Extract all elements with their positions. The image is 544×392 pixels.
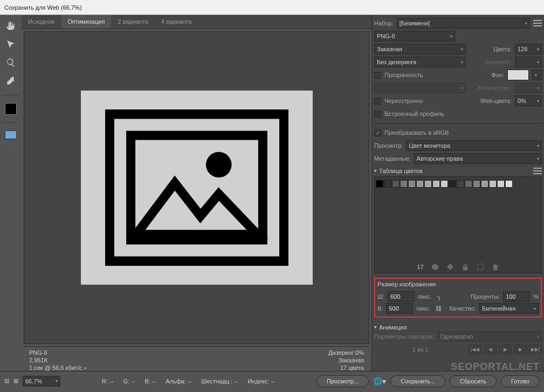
dither-method-select[interactable]: Без дизеринга▾ <box>374 57 466 67</box>
cancel-button[interactable]: Сбросить <box>450 375 497 387</box>
eyedropper-tool[interactable] <box>4 74 17 87</box>
colors-label: Цвета: <box>493 46 512 52</box>
bottom-bar: ⊟ ⊞ 66,7%▾ R: -- G: -- B: -- Альфа: -- Ш… <box>0 371 544 390</box>
readout-alpha: Альфа: -- <box>166 378 191 384</box>
metadata-select[interactable]: Авторские права▾ <box>414 153 542 164</box>
colors-select[interactable]: 128▾ <box>515 44 542 54</box>
readout-hex: Шестнадц.: -- <box>201 378 238 384</box>
amount-label: Количество: <box>478 85 512 91</box>
readout-b: B: -- <box>144 378 156 384</box>
color-swatch[interactable] <box>457 180 464 188</box>
color-swatch[interactable] <box>497 180 505 188</box>
panel-menu-icon[interactable] <box>533 20 542 26</box>
loop-select: Однократно▾ <box>438 331 542 342</box>
frame-counter: 1 из 1 <box>374 346 466 353</box>
svg-rect-3 <box>477 264 483 270</box>
slice-visibility-icon[interactable] <box>5 130 17 139</box>
height-input[interactable] <box>386 303 413 314</box>
color-swatch[interactable] <box>489 180 497 188</box>
dither-amount-select[interactable]: ▾ <box>515 57 542 67</box>
svg-point-2 <box>206 152 232 178</box>
color-swatch[interactable] <box>505 180 513 188</box>
tools-toolbar <box>0 15 22 371</box>
color-swatch[interactable] <box>473 180 480 188</box>
color-swatch[interactable] <box>384 180 391 188</box>
color-swatch[interactable] <box>424 180 432 188</box>
image-size-header: Размер изображения <box>377 281 539 287</box>
preset-select[interactable]: [Безимени]▾ <box>397 18 530 29</box>
color-swatch[interactable] <box>408 180 416 188</box>
animation-header: Анимация <box>379 324 407 331</box>
canvas[interactable] <box>24 31 369 344</box>
link-icon[interactable]: ⛓ <box>436 305 442 312</box>
zoom-tool[interactable] <box>4 56 17 69</box>
color-table-header: Таблица цветов <box>379 168 423 174</box>
color-swatch[interactable] <box>449 180 456 188</box>
percent-input[interactable] <box>503 291 530 302</box>
info-bar: PNG-8 2,951K 1 сек @ 56,6 кбит/с ▾ Дизер… <box>24 346 369 371</box>
first-frame-button: |◀◀ <box>469 345 481 354</box>
color-swatch[interactable] <box>392 180 400 188</box>
matte-select[interactable]: ▾ <box>532 70 542 80</box>
color-swatch[interactable] <box>465 180 472 188</box>
color-swatch[interactable] <box>400 180 408 188</box>
preview-button[interactable]: Просмотр... <box>316 375 369 387</box>
plus-icon[interactable]: ⊞ <box>13 377 18 384</box>
color-table-menu-icon[interactable] <box>533 168 542 174</box>
color-swatch[interactable] <box>416 180 424 188</box>
metadata-label: Метаданные: <box>374 155 411 162</box>
window-title: Сохранить для Web (66,7%) <box>4 4 82 11</box>
foreground-swatch[interactable] <box>5 103 17 115</box>
next-frame-button: ▶ <box>514 345 527 354</box>
preview-select[interactable]: Цвет монитора▾ <box>406 140 542 151</box>
websnap-select[interactable]: 0%▾ <box>515 95 542 106</box>
prev-frame-button: ◀ <box>484 345 497 354</box>
color-swatch[interactable] <box>440 180 448 188</box>
interlaced-checkbox[interactable] <box>374 98 381 105</box>
color-swatch[interactable] <box>376 180 383 188</box>
settings-panel: Набор: [Безимени]▾ PNG-8▾ Заказная▾ Цвет… <box>371 15 544 371</box>
readout-r: R: -- <box>102 378 113 384</box>
srgb-checkbox[interactable] <box>374 129 381 136</box>
palette-select[interactable]: Заказная▾ <box>374 44 466 54</box>
height-label: В: <box>377 305 383 312</box>
tab-2up[interactable]: 2 варианта <box>111 15 155 29</box>
minus-icon[interactable]: ⊟ <box>4 377 9 384</box>
matte-label: Фон: <box>491 72 504 78</box>
hand-tool[interactable] <box>4 19 17 32</box>
amount-select: ▾ <box>515 82 542 93</box>
save-button[interactable]: Сохранить... <box>390 375 445 387</box>
browser-icon[interactable]: 🌐▾ <box>373 377 386 386</box>
last-frame-button: ▶▶| <box>529 345 542 354</box>
percent-symbol: % <box>533 293 539 300</box>
color-swatch[interactable] <box>432 180 440 188</box>
done-button[interactable]: Готово <box>501 375 540 387</box>
preset-label: Набор: <box>374 20 394 26</box>
percent-label: Проценты: <box>471 293 500 300</box>
width-input[interactable] <box>388 291 415 302</box>
cube-icon[interactable] <box>431 263 439 271</box>
tab-4up[interactable]: 4 варианта <box>155 15 198 29</box>
info-dither: Дизеринг:0% <box>328 349 364 356</box>
color-swatch[interactable] <box>481 180 488 188</box>
embed-profile-checkbox[interactable] <box>374 111 381 118</box>
zoom-select[interactable]: 66,7%▾ <box>23 376 60 387</box>
slice-select-tool[interactable] <box>4 38 17 51</box>
embed-profile-label: Встроенный профиль <box>384 111 444 117</box>
width-unit: пикс. <box>418 293 432 300</box>
image-size-section: Размер изображения Ш: пикс. ┐ Проценты: … <box>374 278 542 318</box>
quality-select[interactable]: Билинейная▾ <box>479 303 539 314</box>
transparency-checkbox[interactable] <box>374 72 381 79</box>
color-table-panel: 17 <box>374 176 542 273</box>
artboard <box>81 91 313 285</box>
tab-optimized[interactable]: Оптимизация <box>61 15 111 29</box>
trash-icon[interactable] <box>492 263 499 271</box>
lock-icon[interactable] <box>462 263 469 271</box>
tab-original[interactable]: Исходное <box>22 15 61 29</box>
matte-colorwell[interactable] <box>507 70 529 80</box>
watermark: SEOPORTAL.NET <box>451 361 540 373</box>
diamond-icon[interactable] <box>446 263 454 271</box>
placeholder-image-icon <box>105 109 288 266</box>
format-select[interactable]: PNG-8▾ <box>374 31 455 42</box>
new-swatch-icon[interactable] <box>477 263 484 271</box>
